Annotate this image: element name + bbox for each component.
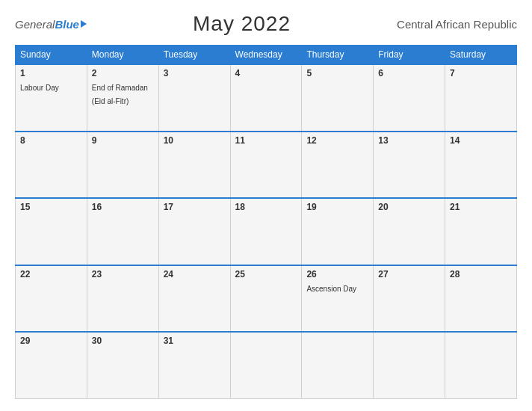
day-number: 23 [92,269,154,279]
logo-blue: Blue [55,18,79,31]
day-number: 20 [378,202,440,212]
calendar-cell: 2End of Ramadan (Eid al-Fitr) [87,64,158,132]
country-name: Central African Republic [397,18,517,31]
day-number: 17 [164,202,226,212]
day-number: 9 [92,135,154,146]
logo: General Blue [15,18,87,31]
day-number: 22 [20,269,82,279]
day-number: 19 [306,202,368,212]
month-title: May 2022 [193,12,291,36]
calendar-cell: 5 [302,64,374,132]
weekday-header-thursday: Thursday [302,46,374,65]
holiday-name: End of Ramadan (Eid al-Fitr) [92,84,148,105]
day-number: 30 [92,336,154,346]
calendar-week-row: 891011121314 [16,132,517,199]
weekday-header-saturday: Saturday [445,46,517,65]
page-header: General Blue May 2022 Central African Re… [15,12,517,36]
calendar-cell [445,332,517,399]
holiday-name: Labour Day [20,84,59,92]
calendar-week-row: 2223242526Ascension Day2728 [16,265,517,333]
logo-general: General [15,18,55,31]
calendar-cell: 12 [302,132,374,199]
calendar-cell: 24 [158,265,230,333]
calendar-cell: 26Ascension Day [302,265,374,333]
day-number: 10 [164,135,226,146]
day-number: 12 [306,135,368,146]
day-number: 8 [20,135,82,146]
day-number: 14 [450,135,512,146]
day-number: 1 [20,68,82,78]
calendar-cell: 7 [445,64,517,132]
day-number: 24 [164,269,226,279]
day-number: 6 [378,68,440,78]
calendar-cell: 22 [16,265,87,333]
day-number: 13 [378,135,440,146]
day-number: 4 [235,68,297,78]
day-number: 25 [235,269,297,279]
calendar-cell: 28 [445,265,517,333]
calendar-cell: 29 [16,332,87,399]
calendar-cell: 10 [158,132,230,199]
calendar-cell: 21 [445,198,517,265]
day-number: 21 [450,202,512,212]
calendar-cell: 31 [158,332,230,399]
day-number: 3 [164,68,226,78]
calendar-cell: 15 [16,198,87,265]
calendar-table: SundayMondayTuesdayWednesdayThursdayFrid… [15,45,517,399]
weekday-header-monday: Monday [87,46,158,65]
calendar-cell [374,332,445,399]
calendar-cell: 4 [230,64,302,132]
calendar-cell: 1Labour Day [16,64,87,132]
weekday-header-sunday: Sunday [16,46,87,65]
day-number: 31 [164,336,226,346]
calendar-header: SundayMondayTuesdayWednesdayThursdayFrid… [16,46,517,65]
calendar-week-row: 293031 [16,332,517,399]
weekday-header-row: SundayMondayTuesdayWednesdayThursdayFrid… [16,46,517,65]
day-number: 2 [92,68,154,78]
holiday-name: Ascension Day [306,285,356,293]
calendar-cell: 3 [158,64,230,132]
calendar-cell: 6 [374,64,445,132]
calendar-body: 1Labour Day2End of Ramadan (Eid al-Fitr)… [16,64,517,399]
calendar-week-row: 15161718192021 [16,198,517,265]
weekday-header-friday: Friday [374,46,445,65]
day-number: 27 [378,269,440,279]
day-number: 29 [20,336,82,346]
weekday-header-tuesday: Tuesday [158,46,230,65]
calendar-cell: 30 [87,332,158,399]
day-number: 5 [306,68,368,78]
logo-triangle-icon [81,20,87,28]
weekday-header-wednesday: Wednesday [230,46,302,65]
calendar-cell: 23 [87,265,158,333]
day-number: 16 [92,202,154,212]
day-number: 15 [20,202,82,212]
calendar-cell: 8 [16,132,87,199]
day-number: 28 [450,269,512,279]
calendar-cell: 13 [374,132,445,199]
calendar-cell: 16 [87,198,158,265]
calendar-cell: 27 [374,265,445,333]
calendar-cell: 17 [158,198,230,265]
calendar-cell: 14 [445,132,517,199]
calendar-cell: 19 [302,198,374,265]
day-number: 7 [450,68,512,78]
calendar-cell: 11 [230,132,302,199]
calendar-week-row: 1Labour Day2End of Ramadan (Eid al-Fitr)… [16,64,517,132]
day-number: 11 [235,135,297,146]
day-number: 26 [306,269,368,279]
calendar-cell [230,332,302,399]
calendar-cell: 25 [230,265,302,333]
calendar-cell: 9 [87,132,158,199]
calendar-cell: 18 [230,198,302,265]
day-number: 18 [235,202,297,212]
calendar-cell: 20 [374,198,445,265]
calendar-cell [302,332,374,399]
